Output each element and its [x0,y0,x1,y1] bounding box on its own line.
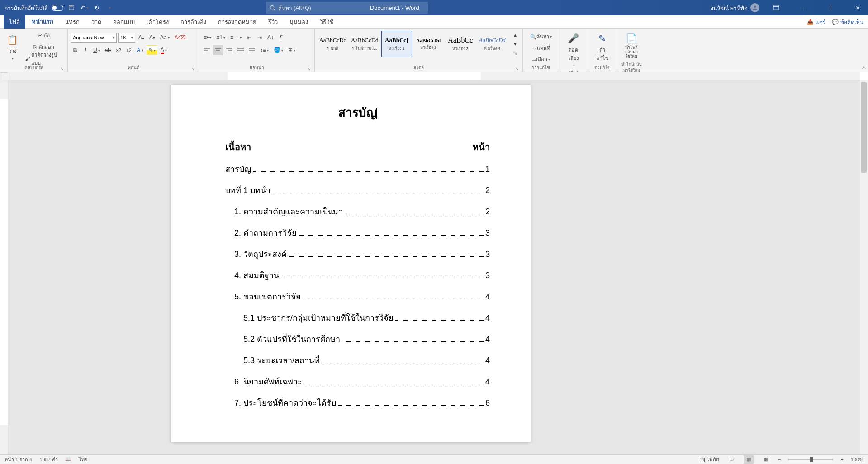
dialog-launcher-icon[interactable]: ↘ [60,66,64,71]
comments-button[interactable]: 💬 ข้อคิดเห็น [832,18,863,26]
font-name-input[interactable]: Angsana New▾ [71,33,117,43]
paste-button[interactable]: 📋 วาง▾ [3,32,22,62]
style-heading4[interactable]: AaBbCcDdหัวเรื่อง 4 [477,31,508,57]
bullets-button[interactable]: ≡•▾ [202,33,213,43]
increase-indent-button[interactable]: ⇥ [255,33,264,43]
group-voice: 🎤ถอดเสียง▾ เสียง [559,29,588,72]
superscript-button[interactable]: x2 [124,45,133,55]
style-normal[interactable]: AaBbCcDd¶ ปกติ [318,31,348,57]
web-layout-button[interactable]: ▦ [761,455,771,464]
align-right-button[interactable] [224,45,234,55]
language-indicator[interactable]: ไทย [79,455,87,464]
page-indicator[interactable]: หน้า 1 จาก 6 [5,455,32,464]
spellcheck-icon[interactable]: 📖 [65,456,71,462]
distributed-button[interactable] [247,45,257,55]
tab-mailings[interactable]: การส่งจดหมาย [213,14,262,29]
vertical-ruler[interactable] [0,80,8,454]
select-button[interactable]: ▭ เลือก▾ [526,54,556,64]
horizontal-ruler[interactable] [8,72,860,80]
read-mode-button[interactable]: ▭ [726,455,736,464]
user-account[interactable]: อนุวัฒน์ พานิพัด [710,3,759,12]
shading-button[interactable]: 🪣▾ [272,45,285,55]
line-spacing-button[interactable]: ↕≡▾ [258,45,270,55]
search-input[interactable]: ค้นหา (Alt+Q) [266,2,428,14]
qat-customize-icon[interactable]: ▾ [105,3,114,12]
tab-file[interactable]: ไฟล์ [4,14,25,29]
editor-button[interactable]: ✎ตัวแก้ไข [591,31,614,64]
shrink-font-button[interactable]: A▾ [147,33,157,43]
font-label: ฟอนด์ [128,65,139,70]
zoom-out-button[interactable]: − [778,457,781,462]
dictate-button[interactable]: 🎤ถอดเสียง▾ [562,31,585,69]
align-left-button[interactable] [202,45,212,55]
minimize-button[interactable]: ─ [793,0,814,15]
format-painter-button[interactable]: 🖌 ตัวคัดวางรูปแบบ [23,54,65,64]
tab-design[interactable]: ออกแบบ [108,14,140,29]
show-marks-button[interactable]: ¶ [277,33,286,43]
page[interactable]: สารบัญ เนื้อหา หน้า สารบัญ 1บทที่ 1 บทนำ… [171,85,531,442]
tab-references[interactable]: การอ้างอิง [175,14,212,29]
toc-line: 2. คำถามการวิจัย 3 [225,226,490,239]
redo-icon[interactable]: ↻ [92,3,101,12]
clear-format-button[interactable]: A⌫ [173,33,188,43]
toc-line: 6. นิยามศัพท์เฉพาะ 4 [225,375,490,388]
italic-button[interactable]: I [81,45,90,55]
borders-button[interactable]: ⊞▾ [286,45,297,55]
share-button[interactable]: 📤 แชร์ [807,18,825,26]
vertical-scrollbar[interactable] [860,80,868,454]
multilevel-button[interactable]: ≡→▾ [228,33,243,43]
tab-draw[interactable]: วาด [86,14,107,29]
justify-button[interactable] [236,45,246,55]
styles-scroll-up[interactable]: ▴ [511,31,520,39]
autosave-toggle[interactable] [52,5,63,11]
subscript-button[interactable]: x2 [114,45,123,55]
svg-rect-5 [773,5,779,10]
cut-button[interactable]: ✂ ตัด [23,30,65,40]
tab-review[interactable]: รีวิว [263,14,283,29]
styles-expand[interactable]: ⤡ [511,49,520,57]
sort-button[interactable]: A↓ [266,33,275,43]
styles-scroll-down[interactable]: ▾ [511,40,520,48]
maximize-button[interactable]: ☐ [820,0,841,15]
replace-button[interactable]: ↔ แทนที่ [526,43,556,53]
tab-help[interactable]: วิธีใช้ [314,14,339,29]
tab-home[interactable]: หน้าแรก [26,14,59,30]
zoom-in-button[interactable]: + [840,457,843,462]
zoom-slider[interactable] [788,459,833,460]
ribbon-display-icon[interactable] [766,0,787,15]
numbering-button[interactable]: ≡1▾ [214,33,227,43]
strikethrough-button[interactable]: ab [103,45,113,55]
word-count[interactable]: 1687 คำ [39,455,58,464]
bold-button[interactable]: B [71,45,80,55]
print-layout-button[interactable]: ▤ [744,455,754,464]
style-heading2[interactable]: AaBbCcDdหัวเรื่อง 2 [413,31,444,57]
save-icon[interactable] [67,3,76,12]
highlight-button[interactable]: ✎▾ [147,45,157,55]
close-button[interactable]: ✕ [847,0,868,15]
zoom-level[interactable]: 100% [851,457,863,462]
grow-font-button[interactable]: A▴ [137,33,146,43]
decrease-indent-button[interactable]: ⇤ [245,33,254,43]
style-heading1[interactable]: AaBbCc]หัวเรื่อง 1 [381,31,412,57]
find-button[interactable]: 🔍 ค้นหา▾ [526,32,556,42]
change-case-button[interactable]: Aa▾ [158,33,171,43]
text-effects-button[interactable]: A▾ [135,45,145,55]
tab-view[interactable]: มุมมอง [284,14,313,29]
scrollbar-thumb[interactable] [861,82,867,173]
dialog-launcher-icon[interactable]: ↘ [515,66,519,71]
tab-insert[interactable]: แทรก [60,14,85,29]
collapse-ribbon-button[interactable]: ㅅ [862,65,866,71]
font-size-input[interactable]: 18▾ [118,33,135,43]
reuse-files-button[interactable]: 📄นำไฟล์กลับมาใช้ใหม่ [620,31,643,61]
style-heading3[interactable]: AaBbCcหัวเรื่อง 3 [445,31,476,57]
style-nospacing[interactable]: AaBbCcDd¶ ไม่มีการเว้... [350,31,380,57]
font-color-button[interactable]: A▾ [159,45,169,55]
underline-button[interactable]: U▾ [91,45,102,55]
align-center-button[interactable] [213,45,223,55]
focus-mode[interactable]: [□] โฟกัส [699,455,719,464]
dialog-launcher-icon[interactable]: ↘ [191,66,195,71]
toc-line: 5.2 ตัวแปรที่ใช้ในการศึกษา 4 [225,332,490,346]
tab-layout[interactable]: เค้าโครง [141,14,174,29]
undo-icon[interactable]: ↶▾ [80,3,89,12]
dialog-launcher-icon[interactable]: ↘ [307,66,311,71]
